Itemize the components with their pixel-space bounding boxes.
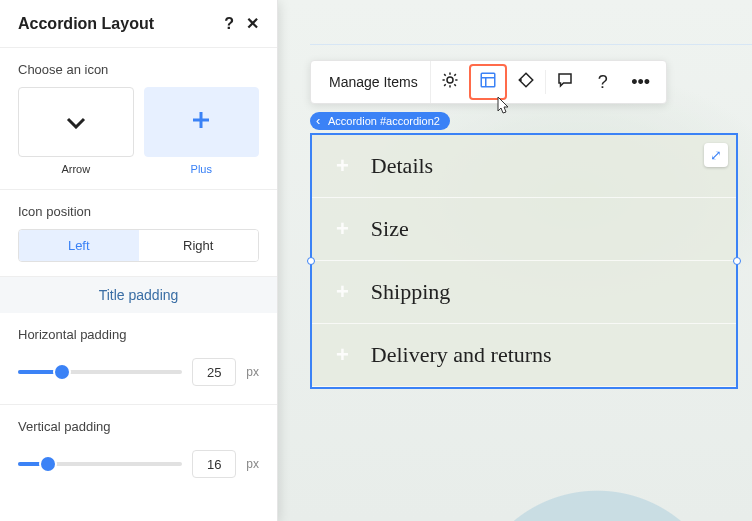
svg-point-3 [519, 78, 521, 80]
icon-position-segmented: Left Right [18, 229, 259, 262]
vertical-padding-slider[interactable] [18, 462, 182, 466]
icon-position-right[interactable]: Right [139, 230, 259, 261]
accordion-element[interactable]: ⤢ + Details + Size + Shipping + Delivery… [310, 133, 738, 389]
icon-option-plus[interactable] [144, 87, 260, 157]
selection-tag-label: Accordion #accordion2 [328, 115, 440, 127]
help-button[interactable]: ? [584, 64, 622, 100]
plus-icon: + [336, 279, 349, 305]
close-icon[interactable]: ✕ [246, 14, 259, 33]
resize-handle-left[interactable] [307, 257, 315, 265]
more-icon: ••• [631, 72, 650, 93]
icon-option-plus-label: Plus [144, 163, 260, 175]
layout-button[interactable] [469, 64, 507, 100]
panel-header: Accordion Layout ? ✕ [0, 0, 277, 48]
help-icon[interactable]: ? [224, 15, 234, 33]
accordion-item-title: Details [371, 153, 433, 179]
horizontal-padding-input[interactable]: 25 [192, 358, 236, 386]
comment-button[interactable] [546, 64, 584, 100]
icon-position-label: Icon position [18, 204, 259, 219]
more-button[interactable]: ••• [622, 64, 660, 100]
resize-handle-right[interactable] [733, 257, 741, 265]
plus-icon: + [336, 153, 349, 179]
panel-title: Accordion Layout [18, 15, 154, 33]
icon-position-left[interactable]: Left [19, 230, 139, 261]
horizontal-padding-slider[interactable] [18, 370, 182, 374]
manage-items-button[interactable]: Manage Items [317, 61, 431, 103]
icon-option-arrow[interactable] [18, 87, 134, 157]
settings-button[interactable] [431, 64, 469, 100]
accordion-item[interactable]: + Delivery and returns [312, 324, 736, 387]
horizontal-padding-unit: px [246, 365, 259, 379]
vertical-padding-input[interactable]: 16 [192, 450, 236, 478]
accordion-item[interactable]: + Size [312, 198, 736, 261]
slider-thumb[interactable] [41, 457, 55, 471]
chat-icon [556, 71, 574, 94]
svg-rect-0 [481, 73, 495, 87]
title-padding-header: Title padding [0, 277, 277, 313]
chevron-down-icon [66, 109, 86, 135]
element-toolbar: Manage Items ? ••• [310, 60, 667, 104]
accordion-item[interactable]: + Shipping [312, 261, 736, 324]
layout-panel: Accordion Layout ? ✕ Choose an icon Arro… [0, 0, 278, 521]
icon-position-section: Icon position Left Right [0, 190, 277, 277]
choose-icon-label: Choose an icon [18, 62, 259, 77]
layout-icon [479, 71, 497, 94]
vertical-padding-row: Vertical padding 16 px [0, 405, 277, 496]
accordion-item[interactable]: + Details [312, 135, 736, 198]
icon-option-arrow-label: Arrow [18, 163, 134, 175]
horizontal-padding-row: Horizontal padding 25 px [0, 313, 277, 405]
plus-icon: + [336, 342, 349, 368]
slider-thumb[interactable] [55, 365, 69, 379]
ruler-line [310, 44, 752, 45]
diamond-icon [517, 71, 535, 94]
choose-icon-section: Choose an icon Arrow Plus [0, 48, 277, 190]
horizontal-padding-label: Horizontal padding [18, 327, 259, 342]
accordion-item-title: Size [371, 216, 409, 242]
vertical-padding-unit: px [246, 457, 259, 471]
selection-breadcrumb[interactable]: Accordion #accordion2 [310, 112, 450, 130]
gear-icon [441, 71, 459, 94]
animation-button[interactable] [507, 64, 545, 100]
question-icon: ? [598, 72, 608, 93]
expand-icon[interactable]: ⤢ [704, 143, 728, 167]
plus-icon: + [336, 216, 349, 242]
vertical-padding-label: Vertical padding [18, 419, 259, 434]
accordion-item-title: Shipping [371, 279, 450, 305]
plus-icon [192, 109, 210, 135]
accordion-item-title: Delivery and returns [371, 342, 552, 368]
